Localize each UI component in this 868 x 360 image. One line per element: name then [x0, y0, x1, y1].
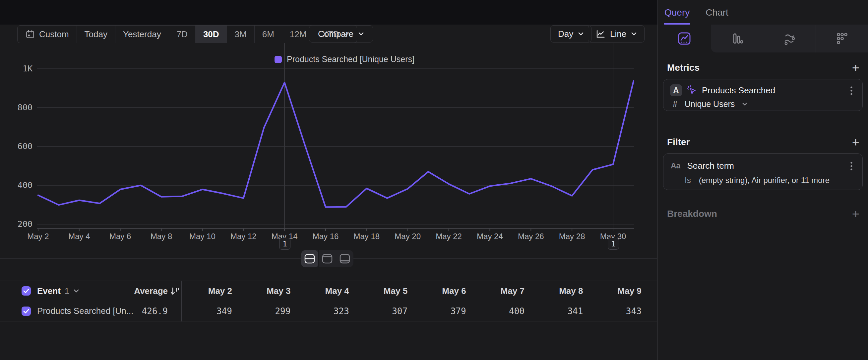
- cell-value: 400: [468, 301, 525, 321]
- event-checkbox[interactable]: [21, 286, 31, 296]
- average-column-header[interactable]: Average: [110, 281, 168, 301]
- filter-menu-icon[interactable]: [847, 160, 856, 172]
- breakdown-section-header: Breakdown +: [667, 207, 859, 221]
- metric-dots-icon: [834, 31, 849, 46]
- tab-chart-label: Chart: [706, 7, 728, 18]
- annotation-badge[interactable]: 1: [608, 238, 619, 250]
- chart-type-bar-tab[interactable]: [711, 25, 763, 53]
- filter-property: Search term: [687, 161, 734, 171]
- date-column-header[interactable]: May 5: [351, 281, 407, 301]
- main-panel: CustomTodayYesterday7D30D3M6M12MXTD Comp…: [0, 0, 657, 360]
- metric-card[interactable]: A Products Searched # Unique Users: [663, 79, 863, 111]
- row-checkbox[interactable]: [21, 306, 31, 316]
- date-column-header[interactable]: May 4: [293, 281, 349, 301]
- cell-value: 379: [410, 301, 466, 321]
- add-breakdown-button[interactable]: +: [852, 207, 859, 220]
- split-view-icon: [304, 253, 316, 264]
- metrics-heading: Metrics: [667, 62, 700, 73]
- measure-selector[interactable]: # Unique Users: [663, 99, 862, 109]
- chart-only-icon: [321, 253, 333, 264]
- table-only-icon: [339, 253, 351, 264]
- chart-type-line-tab[interactable]: [658, 25, 711, 53]
- date-column-header[interactable]: May 9: [585, 281, 642, 301]
- chart-type-strip-rest: [711, 25, 868, 53]
- cell-value: 299: [234, 301, 290, 321]
- chart-type-flow-tab[interactable]: [763, 25, 815, 53]
- chevron-down-icon: [742, 102, 747, 106]
- chart-type-strip: [658, 25, 868, 53]
- series-line[interactable]: [38, 81, 633, 207]
- annotation-badge[interactable]: 1: [279, 238, 290, 250]
- cell-value: 341: [527, 301, 583, 321]
- event-count: 1: [65, 286, 69, 296]
- event-column-header[interactable]: Event: [37, 286, 61, 296]
- chevron-down-icon[interactable]: [73, 289, 79, 293]
- add-metric-button[interactable]: +: [852, 61, 859, 74]
- date-column-header[interactable]: May 2: [176, 281, 232, 301]
- date-column-header[interactable]: May 3: [234, 281, 290, 301]
- row-average: 426.9: [110, 301, 168, 321]
- breakdown-heading: Breakdown: [667, 209, 717, 219]
- sidebar-tabs: Query Chart: [658, 0, 868, 25]
- filter-card-row: Aa Search term: [663, 159, 862, 172]
- query-sidebar: Query Chart: [657, 0, 868, 360]
- add-filter-button[interactable]: +: [852, 136, 859, 148]
- cell-value: 343: [585, 301, 642, 321]
- metric-name: Products Searched: [702, 85, 775, 95]
- cell-value: 349: [176, 301, 232, 321]
- filter-condition[interactable]: Is (empty string), Air purifier, or 11 m…: [663, 175, 862, 186]
- flow-chart-icon: [782, 31, 797, 46]
- date-column-header[interactable]: May 7: [468, 281, 525, 301]
- filter-operator: Is: [685, 176, 691, 185]
- date-column-header[interactable]: May 8: [527, 281, 583, 301]
- cell-value: 323: [293, 301, 349, 321]
- metric-menu-icon[interactable]: [847, 85, 856, 96]
- view-table-only-button[interactable]: [336, 250, 353, 267]
- table-header: Event 1 Average May 2May 3May 4May 5May …: [0, 281, 657, 301]
- chart-type-metric-tab[interactable]: [816, 25, 868, 53]
- framed-line-chart-icon: [677, 31, 692, 46]
- tab-query-label: Query: [664, 7, 690, 18]
- column-divider: [181, 281, 182, 322]
- line-chart[interactable]: [0, 0, 657, 266]
- measure-label: Unique Users: [685, 99, 735, 109]
- filter-heading: Filter: [667, 137, 690, 147]
- string-property-icon: Aa: [671, 161, 680, 170]
- filter-card[interactable]: Aa Search term Is (empty string), Air pu…: [663, 154, 863, 190]
- filter-value: (empty string), Air purifier, or 11 more: [699, 176, 830, 185]
- metric-letter-badge: A: [670, 84, 682, 96]
- insights-report: CustomTodayYesterday7D30D3M6M12MXTD Comp…: [0, 0, 868, 360]
- bar-chart-icon: [730, 31, 745, 46]
- metrics-section-header: Metrics +: [667, 61, 859, 74]
- view-split-button[interactable]: [301, 250, 318, 267]
- metric-card-row: A Products Searched: [663, 84, 862, 97]
- date-column-header[interactable]: May 6: [410, 281, 466, 301]
- tab-chart[interactable]: Chart: [705, 7, 729, 25]
- view-toggle: [301, 250, 353, 267]
- cell-value: 307: [351, 301, 407, 321]
- tab-query[interactable]: Query: [664, 7, 690, 25]
- table-row[interactable]: Products Searched [Un... 426.9 349299323…: [0, 301, 657, 322]
- view-chart-only-button[interactable]: [318, 250, 336, 267]
- event-cursor-icon: [686, 85, 697, 95]
- hash-icon: #: [673, 99, 677, 109]
- filter-section-header: Filter +: [667, 136, 859, 149]
